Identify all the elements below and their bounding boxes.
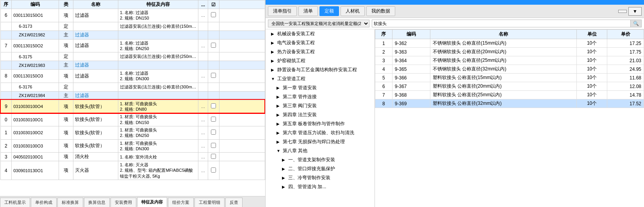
tree-item[interactable]: ▶第二章 管件连接 [266, 92, 375, 101]
tab-标准换算[interactable]: 标准换算 [57, 198, 83, 207]
tree-item[interactable]: ▶第三章 阀门安装 [266, 101, 375, 110]
cell-num: 4 [0, 161, 12, 180]
cell-type: 定 [59, 52, 73, 61]
tree-item[interactable]: ▶静置设备与工艺金属结构制作安装工程 [266, 65, 375, 74]
tree-label: 四、管管道沟 加... [288, 184, 326, 190]
qtab-清单指引[interactable]: 清单指引 [268, 6, 297, 16]
result-row[interactable]: 6 9-367 塑料软接头 公称直径(20mm以内) 10个 12.08 [375, 82, 644, 91]
filter-input[interactable] [372, 20, 630, 27]
tree-item[interactable]: ▼第八章 其他 [266, 146, 375, 155]
cell-name: 灭火器 [73, 161, 118, 180]
result-cell-code: 9-365 [392, 65, 430, 74]
cell-check[interactable] [208, 139, 219, 153]
tab-组价方案[interactable]: 组价方案 [168, 198, 194, 207]
cell-ellipsis[interactable]: ... [198, 126, 208, 139]
cell-spec [118, 61, 198, 70]
tree-item[interactable]: ▶二、管口焊接充氩保护 [266, 164, 375, 173]
cell-ellipsis[interactable]: ... [198, 161, 208, 180]
cell-check[interactable] [208, 100, 219, 113]
cell-check[interactable] [208, 161, 219, 180]
qtab-我的数据[interactable]: 我的数据 [366, 6, 395, 16]
tab-反查[interactable]: 反查 [225, 198, 243, 207]
table-sub-row[interactable]: 6-3173 定 过滤器安装(法兰连接) 公称直径(150mm以内) [0, 22, 265, 31]
result-row[interactable]: 5 9-366 塑料软接头 公称直径(15mm以内) 10个 11.68 [375, 74, 644, 82]
cell-ellipsis[interactable]: ... [198, 113, 208, 126]
tree-item[interactable]: ▶三、冷弯管制作安装 [266, 173, 375, 182]
tree-item[interactable]: ▶第六章 管道压力试验、吹扫与清洗 [266, 128, 375, 137]
cell-spec [118, 31, 198, 39]
table-row[interactable]: 1 0310030100O2 项 软接头(软管） 1. 材质: 可曲挠接头2. … [0, 126, 265, 139]
tree-item[interactable]: ▶第五章 板卷管制作与管件制作 [266, 119, 375, 128]
table-row[interactable]: 2 0310030100O3 项 软接头(软管） 1. 材质: 可曲挠接头2. … [0, 139, 265, 153]
tree-item[interactable]: ▶四、管管道沟 加... [266, 182, 375, 191]
qtab-清单[interactable]: 清单 [298, 6, 318, 16]
table-sub-row[interactable]: 6-3176 定 过滤器安装(法兰连接) 公称直径(300mm以内) [0, 83, 265, 91]
qtab-定额[interactable]: 定额 [319, 6, 339, 16]
result-col-price: 单价 [607, 30, 644, 39]
result-row[interactable]: 7 9-368 塑料软接头 公称直径(25mm以内) 10个 14.78 [375, 91, 644, 99]
cell-check[interactable] [208, 70, 219, 83]
tab-单价构成[interactable]: 单价构成 [31, 198, 57, 207]
extra-button[interactable]: ▼ [628, 7, 642, 16]
tree-item[interactable]: ▶机械设备安装工程 [266, 29, 375, 38]
result-row[interactable]: 8 9-369 塑料软接头 公称直径(32mm以内) 10个 17.52 [375, 99, 644, 108]
table-sub-row[interactable]: ZK1W021984 主 过滤器 [0, 91, 265, 100]
tree-item[interactable]: ▶第一章 管道安装 [266, 83, 375, 92]
cell-check[interactable] [208, 126, 219, 139]
tree-item[interactable]: ▶热力设备安装工程 [266, 47, 375, 56]
result-row[interactable]: 1 9-362 不锈钢软接头 公称直径(15mm以内) 10个 17.25 [375, 39, 644, 48]
cell-check[interactable] [208, 39, 219, 52]
cell-spec: 过滤器安装(法兰连接) 公称直径(250mm以内) [118, 52, 198, 61]
tab-特征及内容[interactable]: 特征及内容 [137, 197, 167, 207]
tab-换算信息[interactable]: 换算信息 [84, 198, 110, 207]
tree-item[interactable]: ▶第四章 法兰安装 [266, 110, 375, 119]
tree-arrow-icon: ▶ [282, 167, 287, 171]
tree-item[interactable]: ▶一、管道支架制作安装 [266, 155, 375, 164]
tab-工程量明细[interactable]: 工程量明细 [194, 198, 225, 207]
result-row[interactable]: 4 9-365 不锈钢软接头 公称直径(32mm以内) 10个 24.95 [375, 65, 644, 74]
table-row[interactable]: 4 0309010130O1 项 灭火器 1. 名称: 灭火器2. 规格、型号:… [0, 161, 265, 180]
table-row[interactable]: 3 0405020100O1 项 消火栓 1. 名称: 室外消火栓 ... [0, 153, 265, 161]
tree-item[interactable]: ▶第七章 无损探伤与焊口热处理 [266, 137, 375, 146]
cell-ellipsis[interactable]: ... [198, 139, 208, 153]
table-sub-row[interactable]: 6-3175 定 过滤器安装(法兰连接) 公称直径(250mm以内) [0, 52, 265, 61]
cell-ellipsis[interactable]: ... [198, 100, 208, 113]
cell-spec: 1. 名称: 室外消火栓 [118, 153, 198, 161]
cell-spec: 1. 名称: 过滤器2. 规格: DN250 [118, 39, 198, 52]
cell-spec: 1. 名称: 过滤器2. 规格: DN300 [118, 70, 198, 83]
tab-安装费用[interactable]: 安装费用 [111, 198, 136, 207]
table-row[interactable]: 6 0301130150O1 项 过滤器 1. 名称: 过滤器2. 规格: DN… [0, 9, 265, 22]
cell-ellipsis[interactable]: ... [198, 153, 208, 161]
cell-ellipsis[interactable]: ... [198, 9, 208, 22]
result-cell-price: 24.95 [607, 65, 644, 74]
cell-code: 0309010130O1 [12, 161, 59, 180]
table-row[interactable]: 8 0301130150O3 项 过滤器 1. 名称: 过滤器2. 规格: DN… [0, 70, 265, 83]
cell-check[interactable] [208, 9, 219, 22]
tree-item[interactable]: ▼工业管道工程 [266, 74, 375, 83]
cell-extra [219, 161, 265, 180]
tree-item[interactable]: ▶电气设备安装工程 [266, 38, 375, 47]
result-cell-price: 17.75 [607, 48, 644, 56]
tree-item[interactable]: ▶炉窑砌筑工程 [266, 56, 375, 65]
cell-num: 1 [0, 126, 12, 139]
table-sub-row[interactable]: ZK1W021983 主 过滤器 [0, 61, 265, 70]
qtab-人材机[interactable]: 人材机 [341, 6, 365, 16]
filter-select[interactable]: 全国统一安装工程预算定额河北省消耗量定额(2012) [268, 20, 369, 27]
insert-button[interactable] [618, 10, 627, 13]
result-row[interactable]: 3 9-364 不锈钢软接头 公称直径(25mm以内) 10个 21.03 [375, 56, 644, 65]
cell-ellipsis[interactable]: ... [198, 70, 208, 83]
tree-arrow-icon: ▶ [271, 32, 276, 36]
cell-ellipsis[interactable]: ... [198, 39, 208, 52]
cell-check[interactable] [208, 113, 219, 126]
table-row[interactable]: 9 0310030100O4 项 软接头(软管） 1. 材质: 可曲挠接头2. … [0, 100, 265, 113]
result-row[interactable]: 2 9-363 不锈钢软接头 公称直径(20mm以内) 10个 17.75 [375, 48, 644, 56]
table-row[interactable]: 7 0301130150O2 项 过滤器 1. 名称: 过滤器2. 规格: DN… [0, 39, 265, 52]
table-row[interactable]: 0 0310030100O1 项 软接头(软管） 1. 材质: 可曲挠接头2. … [0, 113, 265, 126]
cell-check[interactable] [208, 153, 219, 161]
table-sub-row[interactable]: ZK1W021982 主 过滤器 [0, 31, 265, 39]
tree-arrow-icon: ▶ [282, 158, 287, 162]
filter-search-icon[interactable]: 🔍 [630, 20, 641, 27]
tab-工料机显示[interactable]: 工料机显示 [0, 198, 30, 207]
result-cell-price: 14.78 [607, 91, 644, 99]
cell-name: 软接头(软管） [73, 139, 118, 153]
